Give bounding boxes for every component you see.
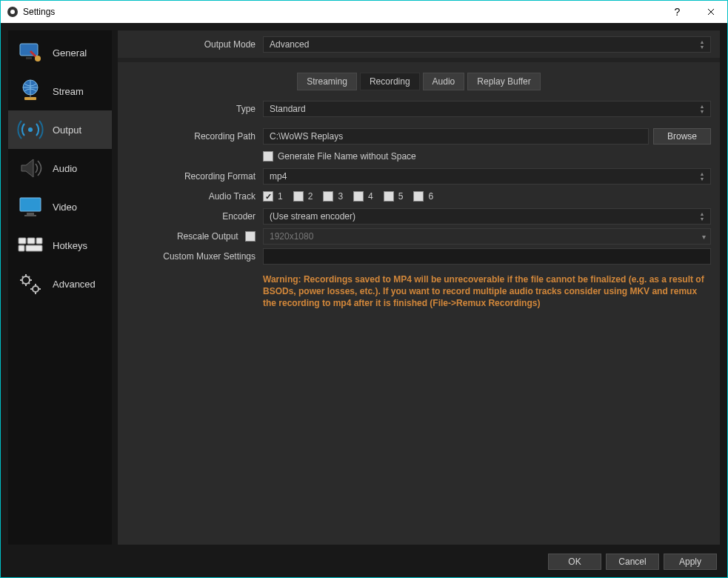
sidebar-item-label: Output bbox=[53, 124, 81, 136]
sidebar: General Stream Output Audio Video bbox=[8, 30, 112, 545]
close-button[interactable] bbox=[694, 1, 727, 23]
spinner-icon: ▲▼ bbox=[697, 103, 707, 115]
audio-track-5-checkbox[interactable] bbox=[384, 191, 394, 202]
recording-format-label: Recording Format bbox=[122, 171, 263, 182]
svg-rect-9 bbox=[27, 213, 34, 215]
gears-icon bbox=[16, 269, 45, 299]
svg-rect-3 bbox=[26, 57, 32, 59]
type-select[interactable]: Standard ▲▼ bbox=[263, 101, 711, 117]
sidebar-item-label: Audio bbox=[53, 163, 77, 174]
app-icon bbox=[7, 6, 19, 18]
dialog-footer: OK Cancel Apply bbox=[8, 551, 720, 570]
apply-button[interactable]: Apply bbox=[664, 554, 717, 570]
spinner-icon: ▲▼ bbox=[697, 39, 707, 50]
audio-track-label: Audio Track bbox=[122, 191, 263, 202]
svg-rect-10 bbox=[24, 215, 36, 216]
monitor-wrench-icon bbox=[16, 38, 45, 67]
sidebar-item-hotkeys[interactable]: Hotkeys bbox=[8, 226, 112, 265]
muxer-input[interactable] bbox=[263, 248, 711, 265]
svg-rect-14 bbox=[19, 245, 24, 251]
svg-point-4 bbox=[35, 56, 41, 62]
sidebar-item-output[interactable]: Output bbox=[8, 110, 112, 149]
keyboard-icon bbox=[16, 230, 45, 260]
svg-rect-11 bbox=[19, 238, 26, 244]
output-tabs: Streaming Recording Audio Replay Buffer bbox=[118, 65, 720, 95]
svg-point-1 bbox=[10, 10, 15, 14]
rescale-output-label: Rescale Output bbox=[122, 231, 263, 242]
chevron-down-icon: ▾ bbox=[702, 233, 706, 241]
svg-rect-13 bbox=[36, 238, 42, 244]
globe-network-icon bbox=[16, 76, 45, 106]
gen-filename-label: Generate File Name without Space bbox=[278, 151, 416, 162]
rescale-checkbox[interactable] bbox=[245, 231, 256, 242]
sidebar-item-label: General bbox=[53, 47, 87, 59]
tab-streaming[interactable]: Streaming bbox=[297, 73, 357, 90]
recording-format-select[interactable]: mp4 ▲▼ bbox=[263, 168, 711, 185]
output-mode-select[interactable]: Advanced ▲▼ bbox=[263, 36, 711, 53]
sidebar-item-label: Video bbox=[53, 202, 77, 213]
settings-window: Settings ? General Stream Output bbox=[0, 0, 728, 578]
cancel-button[interactable]: Cancel bbox=[606, 554, 659, 570]
encoder-label: Encoder bbox=[122, 211, 263, 222]
output-mode-label: Output Mode bbox=[122, 39, 263, 50]
muxer-label: Custom Muxer Settings bbox=[122, 251, 263, 262]
sidebar-item-audio[interactable]: Audio bbox=[8, 149, 112, 187]
spinner-icon: ▲▼ bbox=[697, 170, 707, 182]
spinner-icon: ▲▼ bbox=[697, 210, 707, 222]
svg-point-17 bbox=[33, 286, 39, 292]
audio-track-3-checkbox[interactable] bbox=[323, 191, 333, 202]
rescale-select: 1920x1080 ▾ bbox=[263, 228, 711, 245]
sidebar-item-stream[interactable]: Stream bbox=[8, 72, 112, 110]
help-button[interactable]: ? bbox=[661, 1, 694, 23]
broadcast-icon bbox=[16, 115, 45, 144]
sidebar-item-advanced[interactable]: Advanced bbox=[8, 265, 112, 303]
audio-track-1-checkbox[interactable]: ✓ bbox=[263, 191, 273, 202]
svg-rect-2 bbox=[20, 44, 38, 56]
encoder-select[interactable]: (Use stream encoder) ▲▼ bbox=[263, 208, 711, 225]
audio-track-4-checkbox[interactable] bbox=[353, 191, 364, 202]
type-label: Type bbox=[122, 104, 263, 114]
content-panel: Output Mode Advanced ▲▼ Streaming Record… bbox=[118, 30, 720, 545]
gen-filename-checkbox[interactable] bbox=[263, 151, 273, 162]
sidebar-item-general[interactable]: General bbox=[8, 33, 112, 72]
tab-replay-buffer[interactable]: Replay Buffer bbox=[467, 73, 541, 90]
window-title: Settings bbox=[23, 7, 55, 17]
svg-rect-8 bbox=[20, 198, 41, 211]
recording-path-label: Recording Path bbox=[122, 131, 263, 142]
tab-audio[interactable]: Audio bbox=[423, 73, 465, 90]
svg-rect-12 bbox=[27, 238, 35, 244]
monitor-icon bbox=[16, 192, 45, 222]
sidebar-item-label: Advanced bbox=[53, 279, 96, 290]
tab-recording[interactable]: Recording bbox=[360, 73, 420, 90]
sidebar-item-label: Stream bbox=[53, 86, 84, 97]
mp4-warning: Warning: Recordings saved to MP4 will be… bbox=[263, 270, 711, 313]
sidebar-item-label: Hotkeys bbox=[53, 240, 87, 251]
browse-button[interactable]: Browse bbox=[653, 128, 711, 144]
speaker-icon bbox=[16, 153, 45, 183]
recording-path-input[interactable] bbox=[263, 128, 649, 144]
svg-rect-15 bbox=[26, 245, 42, 251]
svg-point-7 bbox=[28, 127, 33, 132]
ok-button[interactable]: OK bbox=[548, 554, 601, 570]
audio-track-2-checkbox[interactable] bbox=[293, 191, 304, 202]
titlebar: Settings ? bbox=[1, 1, 727, 23]
sidebar-item-video[interactable]: Video bbox=[8, 187, 112, 226]
audio-track-6-checkbox[interactable] bbox=[413, 191, 424, 202]
